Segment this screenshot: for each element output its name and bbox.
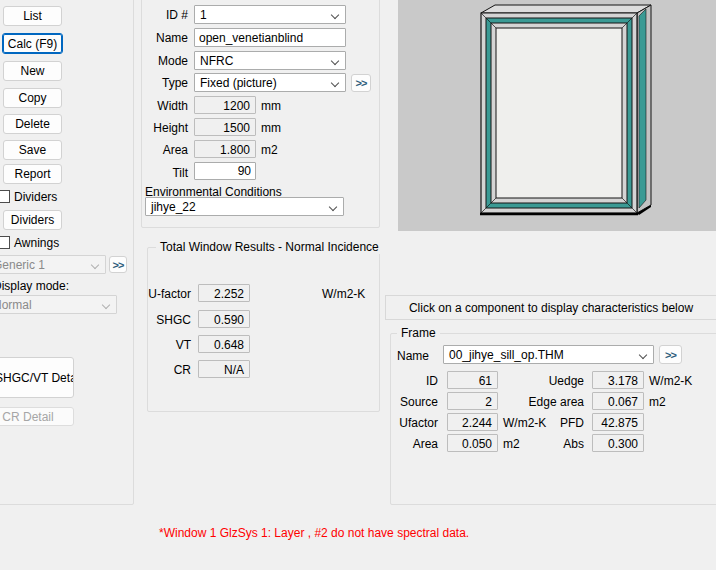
frame-edgearea-label: Edge area bbox=[498, 395, 584, 409]
area-field: 1.800 bbox=[194, 140, 256, 158]
results-title: Total Window Results - Normal Incidence bbox=[156, 240, 383, 254]
frame-source-label: Source bbox=[390, 395, 438, 409]
name-input[interactable] bbox=[194, 28, 346, 47]
frame-pfd-field: 42.875 bbox=[592, 413, 644, 431]
frame-abs-field: 0.300 bbox=[592, 434, 644, 452]
cr-detail-button[interactable]: CR Detail bbox=[0, 407, 74, 426]
frame-edgearea-unit: m2 bbox=[649, 395, 666, 409]
name-label: Name bbox=[142, 31, 188, 45]
frame-source-field: 2 bbox=[447, 392, 498, 410]
area-label: Area bbox=[142, 143, 188, 157]
frame-abs-label: Abs bbox=[498, 437, 584, 451]
id-value: 1 bbox=[200, 8, 207, 22]
type-dropdown[interactable]: Fixed (picture) bbox=[194, 73, 346, 92]
save-button[interactable]: Save bbox=[3, 140, 62, 160]
window-preview-area[interactable] bbox=[398, 0, 716, 231]
type-value: Fixed (picture) bbox=[200, 76, 277, 90]
cr-field: N/A bbox=[198, 360, 250, 378]
shgc-label: SHGC bbox=[146, 313, 191, 327]
glass-area[interactable] bbox=[496, 28, 622, 198]
area-unit: m2 bbox=[261, 143, 278, 157]
frame-ufactor-label: Ufactor bbox=[390, 416, 438, 430]
chevron-down-icon bbox=[329, 203, 337, 211]
display-mode-label: Display mode: bbox=[0, 279, 69, 293]
frame-name-more-button[interactable]: >> bbox=[659, 345, 682, 364]
height-field: 1500 bbox=[194, 118, 256, 136]
width-unit: mm bbox=[261, 99, 281, 113]
copy-button[interactable]: Copy bbox=[3, 88, 62, 108]
frame-type-value: Generic 1 bbox=[0, 258, 45, 272]
frame-top-face bbox=[481, 5, 651, 13]
frame-edgearea-field: 0.067 bbox=[592, 392, 644, 410]
dividers-checkbox[interactable] bbox=[0, 190, 10, 203]
frame-panel-title: Frame bbox=[397, 326, 440, 340]
frame-type-more-button[interactable]: >> bbox=[109, 256, 127, 273]
frame-name-value: 00_jihye_sill_op.THM bbox=[449, 348, 564, 362]
mode-label: Mode bbox=[142, 54, 188, 68]
shgc-field: 0.590 bbox=[198, 310, 250, 328]
width-field: 1200 bbox=[194, 96, 256, 114]
ufactor-field: 2.252 bbox=[198, 284, 250, 302]
frame-pfd-label: PFD bbox=[498, 416, 584, 430]
chevron-down-icon bbox=[331, 79, 339, 87]
display-mode-value: Normal bbox=[0, 298, 32, 312]
chevron-down-icon bbox=[331, 11, 339, 19]
height-unit: mm bbox=[261, 121, 281, 135]
component-hint-text: Click on a component to display characte… bbox=[409, 301, 693, 315]
results-panel: Total Window Results - Normal Incidence bbox=[147, 247, 380, 412]
id-label: ID # bbox=[142, 8, 188, 22]
report-button[interactable]: Report bbox=[3, 164, 62, 184]
mode-value: NFRC bbox=[200, 54, 233, 68]
new-button[interactable]: New bbox=[3, 61, 62, 81]
window-app-screen: List Calc (F9) New Copy Delete Save Repo… bbox=[0, 0, 716, 570]
display-mode-dropdown[interactable]: Normal bbox=[0, 295, 117, 314]
component-hint-bar: Click on a component to display characte… bbox=[385, 295, 716, 320]
type-label: Type bbox=[142, 76, 188, 90]
frame-name-dropdown[interactable]: 00_jihye_sill_op.THM bbox=[443, 345, 654, 364]
frame-uedge-field: 3.178 bbox=[592, 371, 644, 389]
frame-uedge-label: Uedge bbox=[498, 374, 584, 388]
frame-uedge-unit: W/m2-K bbox=[649, 374, 692, 388]
width-label: Width bbox=[142, 99, 188, 113]
frame-type-dropdown[interactable]: Generic 1 bbox=[0, 255, 106, 274]
cr-label: CR bbox=[146, 363, 191, 377]
frame-area-label: Area bbox=[390, 437, 438, 451]
chevron-down-icon bbox=[331, 57, 339, 65]
frame-right-teal-band bbox=[639, 9, 646, 208]
window-preview-image[interactable] bbox=[398, 0, 716, 231]
mode-dropdown[interactable]: NFRC bbox=[194, 51, 346, 70]
ufactor-unit: W/m2-K bbox=[322, 287, 365, 301]
chevron-down-icon bbox=[102, 301, 110, 309]
vt-label: VT bbox=[146, 338, 191, 352]
tilt-input[interactable] bbox=[194, 162, 256, 180]
delete-button[interactable]: Delete bbox=[3, 114, 62, 134]
frame-id-label: ID bbox=[390, 374, 438, 388]
tilt-label: Tilt bbox=[142, 166, 188, 180]
shgc-vt-detail-button[interactable]: SHGC/VT Detail bbox=[0, 357, 74, 398]
env-conditions-value: jihye_22 bbox=[151, 200, 196, 214]
awnings-checkbox[interactable] bbox=[0, 236, 10, 249]
type-more-button[interactable]: >> bbox=[351, 74, 371, 92]
ufactor-label: U-factor bbox=[146, 287, 191, 301]
dividers-button[interactable]: Dividers bbox=[3, 210, 62, 230]
frame-name-label: Name bbox=[397, 349, 429, 363]
id-dropdown[interactable]: 1 bbox=[194, 5, 346, 24]
env-conditions-dropdown[interactable]: jihye_22 bbox=[145, 197, 344, 216]
frame-area-field: 0.050 bbox=[447, 434, 498, 452]
awnings-checkbox-label: Awnings bbox=[14, 236, 59, 250]
chevron-down-icon bbox=[91, 261, 99, 269]
list-button[interactable]: List bbox=[3, 6, 62, 26]
calc-button[interactable]: Calc (F9) bbox=[2, 33, 63, 54]
height-label: Height bbox=[142, 121, 188, 135]
dividers-checkbox-label: Dividers bbox=[14, 190, 57, 204]
chevron-down-icon bbox=[639, 351, 647, 359]
vt-field: 0.648 bbox=[198, 335, 250, 353]
frame-id-field: 61 bbox=[447, 371, 498, 389]
frame-ufactor-field: 2.244 bbox=[447, 413, 498, 431]
spectral-data-warning: *Window 1 GlzSys 1: Layer , #2 do not ha… bbox=[159, 526, 469, 540]
